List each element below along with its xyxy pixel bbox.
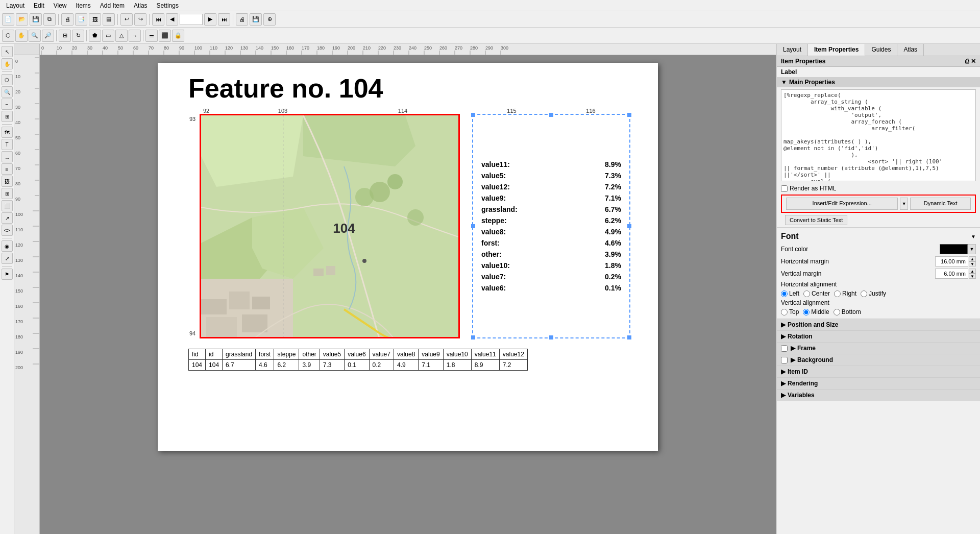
add-html-tool[interactable]: <>	[2, 225, 13, 236]
background-header[interactable]: ▶ Background	[777, 354, 980, 366]
h-align-left[interactable]: Left	[781, 290, 799, 297]
variables-header[interactable]: ▶ Variables	[777, 390, 980, 401]
new-layout-button[interactable]: 📄	[2, 13, 14, 26]
zoom-in-tool[interactable]: 🔍	[29, 30, 41, 42]
frame-checkbox[interactable]	[781, 345, 788, 352]
tab-item-properties[interactable]: Item Properties	[808, 44, 865, 56]
rotation-header[interactable]: ▶ Rotation	[777, 331, 980, 342]
font-color-swatch[interactable]	[940, 244, 968, 254]
left-pan-tool[interactable]: ✋	[2, 58, 13, 69]
handle-ml[interactable]	[471, 224, 475, 228]
print-button[interactable]: 🖨	[61, 13, 74, 26]
node-tool[interactable]: ◉	[2, 240, 13, 252]
convert-static-button[interactable]: Convert to Static Text	[785, 215, 847, 225]
h-align-right[interactable]: Right	[834, 290, 856, 297]
handle-bl[interactable]	[471, 335, 475, 339]
handle-br[interactable]	[627, 335, 631, 339]
atlas-last-button[interactable]: ⏭	[218, 13, 230, 26]
position-size-header[interactable]: ▶ Position and Size	[777, 319, 980, 330]
undo-button[interactable]: ↩	[120, 13, 133, 26]
v-align-top[interactable]: Top	[781, 308, 799, 315]
atlas-tool[interactable]: ⚑	[2, 269, 13, 280]
move-content-tool[interactable]: ⤢	[2, 253, 13, 264]
handle-tr[interactable]	[627, 113, 631, 117]
menu-atlas[interactable]: Atlas	[130, 1, 152, 10]
h-align-center[interactable]: Center	[803, 290, 830, 297]
v-margin-down-button[interactable]: ▼	[969, 274, 976, 279]
v-margin-input[interactable]	[935, 269, 968, 279]
canvas-content[interactable]: Feature no. 104 92 103 114	[40, 55, 776, 534]
v-align-bottom[interactable]: Bottom	[834, 308, 861, 315]
expression-dropdown-button[interactable]: ▼	[900, 198, 908, 210]
tab-guides[interactable]: Guides	[865, 44, 897, 56]
refresh-tool[interactable]: ↻	[72, 30, 84, 42]
left-zoom-out-tool[interactable]: −	[2, 99, 13, 110]
add-map-tool[interactable]: 🗺	[2, 127, 13, 138]
menu-edit[interactable]: Edit	[30, 1, 48, 10]
left-select2-tool[interactable]: ⬡	[2, 74, 13, 85]
atlas-prev-button[interactable]: ◀	[166, 13, 178, 26]
print2-button[interactable]: 🖨	[236, 13, 248, 26]
add-legend-tool[interactable]: ≡	[2, 163, 13, 175]
tab-layout[interactable]: Layout	[777, 44, 808, 56]
atlas-first-button[interactable]: ⏮	[152, 13, 164, 26]
add-label-tool[interactable]: T	[2, 139, 13, 150]
menu-add-item[interactable]: Add Item	[96, 1, 129, 10]
export-pdf-button[interactable]: 📑	[75, 13, 87, 26]
atlas-next-button[interactable]: ▶	[204, 13, 216, 26]
export-svg-button[interactable]: ▤	[103, 13, 115, 26]
handle-bm[interactable]	[549, 335, 553, 339]
left-select-tool[interactable]: ↖	[2, 46, 13, 57]
left-zoom-full-tool[interactable]: ⊞	[2, 111, 13, 122]
frame-header[interactable]: ▶ Frame	[777, 343, 980, 354]
chart-container[interactable]: value11:8.9%value5:7.3%value12:7.2%value…	[472, 114, 630, 338]
menu-items[interactable]: Items	[72, 1, 95, 10]
expression-editor[interactable]: [%regexp_replace( array_to_string ( with…	[781, 89, 976, 181]
background-checkbox[interactable]	[781, 357, 788, 363]
pan-tool[interactable]: ✋	[15, 30, 28, 42]
map-container[interactable]: 104	[200, 114, 460, 338]
handle-tm[interactable]	[549, 113, 553, 117]
add-image-tool[interactable]: 🖼	[2, 176, 13, 187]
font-dropdown-icon[interactable]: ▼	[971, 234, 976, 239]
h-margin-up-button[interactable]: ▲	[969, 256, 976, 261]
draw-arrow-tool[interactable]: →	[129, 30, 141, 42]
menu-view[interactable]: View	[50, 1, 71, 10]
atlas-feature-input[interactable]: 104	[180, 14, 203, 25]
v-margin-up-button[interactable]: ▲	[969, 269, 976, 274]
left-zoom-tool[interactable]: 🔍	[2, 86, 13, 98]
zoom-full-tool[interactable]: ⊞	[59, 30, 71, 42]
panel-float-button[interactable]: ⎙	[965, 58, 969, 65]
duplicate-layout-button[interactable]: ⧉	[43, 13, 56, 26]
font-color-dropdown-button[interactable]: ▼	[968, 244, 976, 254]
export-img-button[interactable]: 🖼	[89, 13, 101, 26]
main-properties-section[interactable]: ▼ Main Properties	[777, 77, 980, 87]
redo-button[interactable]: ↪	[134, 13, 146, 26]
add-arrow-tool[interactable]: ↗	[2, 212, 13, 224]
group-tool[interactable]: ⬛	[159, 30, 171, 42]
insert-edit-expression-button[interactable]: Insert/Edit Expression...	[786, 198, 898, 210]
menu-layout[interactable]: Layout	[2, 1, 29, 10]
handle-mr[interactable]	[627, 224, 631, 228]
menu-settings[interactable]: Settings	[153, 1, 183, 10]
v-align-middle[interactable]: Middle	[803, 308, 829, 315]
rendering-header[interactable]: ▶ Rendering	[777, 378, 980, 389]
h-margin-input[interactable]	[935, 256, 968, 266]
h-align-justify[interactable]: Justify	[861, 290, 886, 297]
add-shape-tool[interactable]: ⬜	[2, 200, 13, 211]
export2-button[interactable]: 💾	[250, 13, 262, 26]
add-table-tool[interactable]: ⊞	[2, 188, 13, 199]
zoom-fit-button[interactable]: ⊕	[263, 13, 276, 26]
add-scalebar-tool[interactable]: ⎵	[2, 151, 13, 162]
h-margin-down-button[interactable]: ▼	[969, 261, 976, 266]
save-layout-button[interactable]: 💾	[30, 13, 42, 26]
lock-tool[interactable]: 🔒	[172, 30, 184, 42]
zoom-out-tool[interactable]: 🔎	[42, 30, 54, 42]
panel-close-button[interactable]: ✕	[971, 58, 976, 65]
select-tool[interactable]: ⬡	[2, 30, 14, 42]
canvas-area[interactable]: 0 10 20 30 40 50 60 70 80 90 100	[14, 44, 776, 534]
draw-polygon-tool[interactable]: ⬟	[89, 30, 101, 42]
item-id-header[interactable]: ▶ Item ID	[777, 366, 980, 377]
draw-triangle-tool[interactable]: △	[115, 30, 128, 42]
dynamic-text-button[interactable]: Dynamic Text	[910, 198, 971, 210]
